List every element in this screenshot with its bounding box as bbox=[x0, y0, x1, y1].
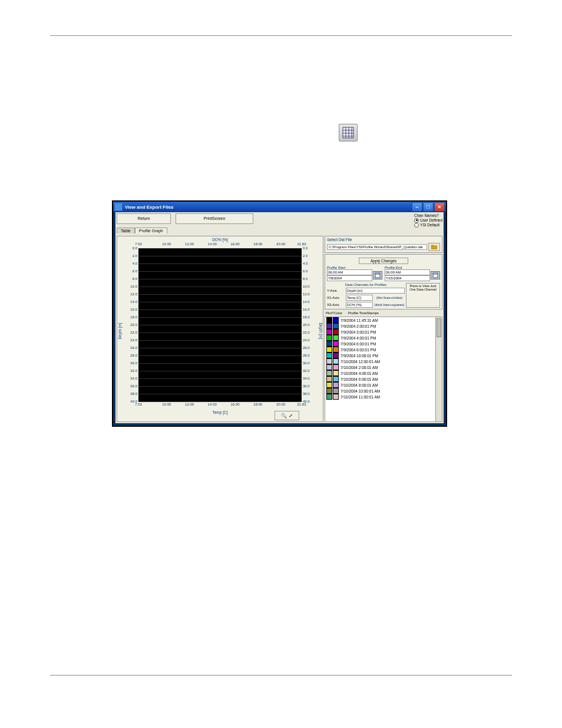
close-button[interactable]: × bbox=[434, 202, 445, 212]
timestamp-row[interactable]: 7/10/2004 6:00:01 AM bbox=[325, 376, 442, 382]
radio-user-defined[interactable] bbox=[414, 218, 419, 223]
page-divider-bottom bbox=[50, 675, 512, 676]
press-view-button[interactable]: Press to View Just One Data Channel bbox=[406, 283, 440, 308]
color-swatch[interactable] bbox=[333, 382, 339, 388]
right-axis-label: Depth [m] bbox=[318, 322, 322, 339]
color-swatch[interactable] bbox=[326, 376, 332, 382]
y-axis-label: Y-Axis bbox=[327, 289, 345, 292]
timestamps-header: Profile TimeStamps bbox=[348, 311, 379, 315]
x-tick: 12.00 bbox=[185, 403, 194, 406]
timestamp-list[interactable]: 7/9/2004 11:45:31 AM7/9/2004 2:00:01 PM7… bbox=[325, 317, 442, 422]
titlebar[interactable]: View and Export Files – □ × bbox=[113, 202, 446, 212]
minimize-button[interactable]: – bbox=[412, 202, 422, 212]
y-tick: 4.0 bbox=[133, 262, 137, 265]
color-swatch[interactable] bbox=[326, 388, 332, 394]
x-tick: 18.00 bbox=[253, 242, 262, 246]
end-calendar-button[interactable] bbox=[431, 271, 440, 279]
return-button[interactable]: Return bbox=[117, 213, 171, 224]
timestamp-text: 7/10/2004 4:00:01 AM bbox=[340, 371, 378, 375]
printscreen-button[interactable]: PrintScreen bbox=[176, 213, 253, 224]
timestamp-row[interactable]: 7/10/2004 10:00:01 AM bbox=[325, 388, 442, 394]
radio-ysi-default[interactable] bbox=[414, 223, 419, 228]
y-tick: 16.0 bbox=[303, 308, 310, 311]
timestamp-row[interactable]: 7/10/2004 12:00:01 AM bbox=[325, 358, 442, 364]
y-tick: 0.0 bbox=[133, 246, 137, 250]
y-tick: 14.0 bbox=[303, 300, 310, 304]
color-swatch[interactable] bbox=[326, 317, 332, 323]
color-swatch[interactable] bbox=[333, 347, 339, 353]
timestamp-row[interactable]: 7/10/2004 11:00:01 AM bbox=[325, 394, 442, 400]
file-path-field[interactable]: C:\Program Files\YSI\Profile Wizard\Shar… bbox=[327, 244, 427, 250]
y-tick: 12.0 bbox=[130, 292, 137, 296]
timestamp-row[interactable]: 7/10/2004 4:00:01 AM bbox=[325, 370, 442, 376]
color-swatch[interactable] bbox=[326, 370, 332, 376]
color-swatch[interactable] bbox=[333, 370, 339, 376]
timestamp-text: 7/9/2004 8:00:01 PM bbox=[340, 348, 376, 352]
timestamp-row[interactable]: 7/9/2004 11:45:31 AM bbox=[325, 317, 442, 323]
color-swatch[interactable] bbox=[333, 353, 339, 358]
color-swatch[interactable] bbox=[326, 358, 332, 364]
color-swatch[interactable] bbox=[333, 317, 339, 323]
color-swatch[interactable] bbox=[333, 323, 339, 329]
y-tick: 2.0 bbox=[303, 254, 308, 258]
y-tick: 26.0 bbox=[130, 346, 137, 350]
x2-axis-select[interactable]: DO% [%] bbox=[346, 302, 373, 308]
x1-axis-select[interactable]: Temp [C] bbox=[346, 295, 373, 301]
color-swatch[interactable] bbox=[333, 394, 339, 400]
chart-plot-area[interactable] bbox=[138, 248, 302, 401]
tab-table[interactable]: Table bbox=[117, 228, 135, 233]
color-swatch[interactable] bbox=[333, 376, 339, 382]
color-swatch[interactable] bbox=[326, 341, 332, 347]
tab-profile-graph[interactable]: Profile Graph bbox=[135, 228, 167, 233]
start-date-field[interactable]: 7/8/2004 bbox=[327, 275, 372, 281]
browse-button[interactable] bbox=[428, 243, 440, 251]
x-tick: 21.83 bbox=[297, 242, 306, 246]
color-swatch[interactable] bbox=[333, 329, 339, 335]
apply-changes-button[interactable]: Apply Changes bbox=[359, 258, 408, 264]
end-time-field[interactable]: 06:00 AM bbox=[385, 269, 430, 275]
timestamp-text: 7/9/2004 6:00:01 PM bbox=[340, 342, 376, 346]
color-swatch[interactable] bbox=[326, 364, 332, 370]
color-swatch[interactable] bbox=[333, 358, 339, 364]
scrollbar[interactable] bbox=[435, 317, 442, 421]
y-tick: 10.0 bbox=[303, 285, 310, 288]
y-tick: 6.0 bbox=[133, 269, 137, 273]
timestamp-row[interactable]: 7/10/2004 8:00:01 AM bbox=[325, 382, 442, 388]
timestamp-row[interactable]: 7/10/2004 2:00:01 AM bbox=[325, 364, 442, 370]
color-swatch[interactable] bbox=[333, 335, 339, 341]
y-axis-select[interactable]: Depth [m] bbox=[346, 288, 405, 294]
timestamp-text: 7/9/2004 4:00:01 PM bbox=[340, 336, 376, 340]
timestamp-row[interactable]: 7/9/2004 10:00:01 PM bbox=[325, 353, 442, 358]
x-tick: 10.00 bbox=[162, 242, 171, 246]
x-tick: 7.53 bbox=[135, 242, 142, 246]
y-tick: 24.0 bbox=[303, 338, 310, 342]
timestamp-row[interactable]: 7/9/2004 3:00:01 PM bbox=[325, 329, 442, 335]
color-swatch[interactable] bbox=[333, 341, 339, 347]
timestamp-row[interactable]: 7/9/2004 2:00:01 PM bbox=[325, 323, 442, 329]
timestamp-row[interactable]: 7/9/2004 8:00:01 PM bbox=[325, 347, 442, 353]
y-tick: 20.0 bbox=[130, 323, 137, 327]
y-tick: 8.0 bbox=[303, 277, 308, 281]
color-swatch[interactable] bbox=[333, 364, 339, 370]
timestamp-text: 7/9/2004 2:00:01 PM bbox=[340, 324, 376, 328]
color-swatch[interactable] bbox=[326, 394, 332, 400]
color-swatch[interactable] bbox=[326, 353, 332, 358]
color-swatch[interactable] bbox=[326, 323, 332, 329]
timestamp-row[interactable]: 7/9/2004 6:00:01 PM bbox=[325, 341, 442, 347]
end-date-field[interactable]: 7/15/2004 bbox=[385, 275, 430, 281]
zoom-control[interactable]: 🔍 ⤢ bbox=[275, 411, 299, 420]
color-swatch[interactable] bbox=[326, 335, 332, 341]
color-swatch[interactable] bbox=[326, 329, 332, 335]
timestamp-text: 7/10/2004 12:00:01 AM bbox=[340, 360, 380, 364]
start-time-field[interactable]: 06:00 AM bbox=[327, 269, 372, 275]
timestamp-text: 7/10/2004 6:00:01 AM bbox=[340, 377, 378, 381]
color-swatch[interactable] bbox=[326, 347, 332, 353]
start-calendar-button[interactable] bbox=[373, 271, 382, 279]
maximize-button[interactable]: □ bbox=[423, 202, 434, 212]
color-swatch[interactable] bbox=[326, 382, 332, 388]
color-swatch[interactable] bbox=[333, 388, 339, 394]
app-icon bbox=[114, 203, 123, 211]
y-tick: 10.0 bbox=[130, 285, 137, 288]
scrollbar-thumb[interactable] bbox=[437, 318, 441, 337]
timestamp-row[interactable]: 7/9/2004 4:00:01 PM bbox=[325, 335, 442, 341]
